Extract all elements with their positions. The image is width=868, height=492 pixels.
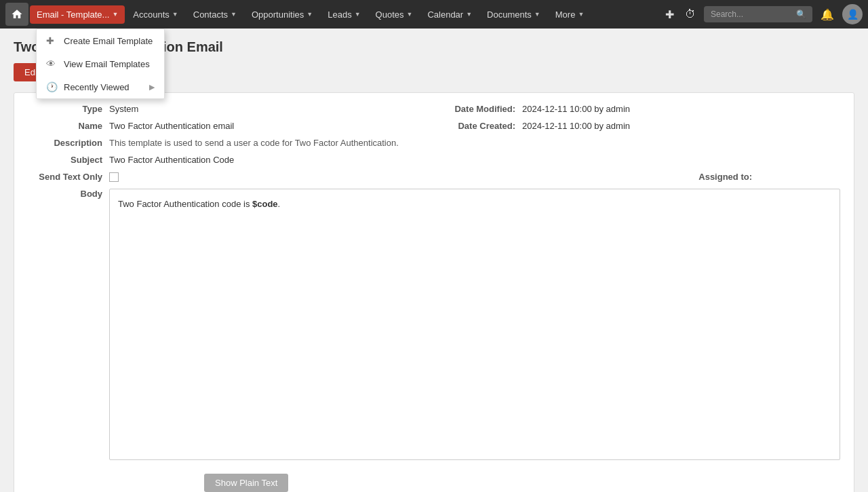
empty-right bbox=[441, 138, 840, 148]
chevron-down-icon: ▼ bbox=[355, 11, 361, 18]
nav-calendar[interactable]: Calendar ▼ bbox=[420, 5, 479, 24]
description-field: Description This template is used to sen… bbox=[28, 138, 427, 148]
date-created-label: Date Created: bbox=[441, 121, 522, 131]
user-avatar[interactable]: 👤 bbox=[842, 4, 863, 24]
description-value: This template is used to send a user a c… bbox=[109, 138, 399, 148]
body-code-variable: $code bbox=[252, 199, 278, 209]
body-label: Body bbox=[28, 189, 109, 460]
send-text-label: Send Text Only bbox=[28, 172, 109, 182]
description-label: Description bbox=[28, 138, 109, 148]
chevron-down-icon: ▼ bbox=[407, 11, 413, 18]
type-field: Type System bbox=[28, 104, 427, 114]
search-icon: 🔍 bbox=[796, 10, 806, 19]
show-plain-text-container: Show Plain Text bbox=[116, 467, 840, 492]
chevron-down-icon: ▼ bbox=[307, 11, 313, 18]
clock-icon: 🕐 bbox=[46, 81, 57, 92]
nav-opportunities[interactable]: Opportunities ▼ bbox=[245, 5, 319, 24]
nav-quotes[interactable]: Quotes ▼ bbox=[369, 5, 420, 24]
add-button[interactable]: ✚ bbox=[663, 5, 677, 24]
type-label: Type bbox=[28, 104, 109, 114]
assigned-to-label: Assigned to: bbox=[691, 172, 759, 182]
body-section: Body Two Factor Authentication code is $… bbox=[28, 189, 840, 460]
search-input[interactable] bbox=[711, 10, 792, 19]
body-text-suffix: . bbox=[278, 199, 281, 209]
nav-email-template[interactable]: Email - Template... ▼ bbox=[30, 5, 125, 24]
nav-leads[interactable]: Leads ▼ bbox=[321, 5, 367, 24]
chevron-right-icon: ▶ bbox=[149, 83, 155, 92]
plus-icon: ✚ bbox=[46, 35, 57, 46]
description-row: Description This template is used to sen… bbox=[28, 138, 840, 148]
chevron-down-icon: ▼ bbox=[466, 11, 472, 18]
top-navigation: Email - Template... ▼ Accounts ▼ Contact… bbox=[0, 0, 868, 29]
recently-viewed-item[interactable]: 🕐 Recently Viewed ▶ bbox=[37, 75, 164, 98]
subject-value: Two Factor Authentication Code bbox=[109, 155, 234, 165]
home-button[interactable] bbox=[5, 3, 28, 26]
date-modified-field: Date Modified: 2024-12-11 10:00 by admin bbox=[441, 104, 840, 114]
chevron-down-icon: ▼ bbox=[172, 11, 178, 18]
eye-icon: 👁 bbox=[46, 58, 57, 69]
chevron-down-icon: ▼ bbox=[231, 11, 237, 18]
detail-panel: Type System Date Modified: 2024-12-11 10… bbox=[14, 92, 854, 492]
type-row: Type System Date Modified: 2024-12-11 10… bbox=[28, 104, 840, 114]
type-value: System bbox=[109, 104, 138, 114]
nav-documents[interactable]: Documents ▼ bbox=[480, 5, 547, 24]
nav-more[interactable]: More ▼ bbox=[549, 5, 591, 24]
send-text-row: Send Text Only Assigned to: bbox=[28, 172, 840, 182]
history-icon[interactable]: ⏱ bbox=[682, 5, 698, 23]
date-modified-label: Date Modified: bbox=[441, 104, 522, 114]
topnav-actions: ✚ ⏱ 🔍 🔔 👤 bbox=[663, 4, 863, 24]
name-row: Name Two Factor Authentication email Dat… bbox=[28, 121, 840, 131]
subject-label: Subject bbox=[28, 155, 109, 165]
body-editor[interactable]: Two Factor Authentication code is $code. bbox=[109, 189, 840, 460]
chevron-down-icon: ▼ bbox=[578, 11, 584, 18]
email-template-dropdown: ✚ Create Email Template 👁 View Email Tem… bbox=[36, 29, 165, 99]
body-text-prefix: Two Factor Authentication code is bbox=[118, 199, 252, 209]
date-created-value: 2024-12-11 10:00 by admin bbox=[522, 121, 630, 131]
nav-accounts[interactable]: Accounts ▼ bbox=[126, 5, 184, 24]
nav-contacts[interactable]: Contacts ▼ bbox=[186, 5, 243, 24]
notifications-icon[interactable]: 🔔 bbox=[818, 5, 837, 24]
subject-field: Subject Two Factor Authentication Code bbox=[28, 155, 427, 165]
empty-right2 bbox=[441, 155, 840, 165]
date-modified-value: 2024-12-11 10:00 by admin bbox=[522, 104, 630, 114]
name-value: Two Factor Authentication email bbox=[109, 121, 234, 131]
send-text-checkbox[interactable] bbox=[109, 172, 119, 182]
name-field: Name Two Factor Authentication email bbox=[28, 121, 427, 131]
create-email-template-item[interactable]: ✚ Create Email Template bbox=[37, 29, 164, 52]
name-label: Name bbox=[28, 121, 109, 131]
view-email-templates-item[interactable]: 👁 View Email Templates bbox=[37, 52, 164, 75]
date-created-field: Date Created: 2024-12-11 10:00 by admin bbox=[441, 121, 840, 131]
chevron-down-icon: ▼ bbox=[534, 11, 540, 18]
subject-row: Subject Two Factor Authentication Code bbox=[28, 155, 840, 165]
search-box[interactable]: 🔍 bbox=[704, 6, 812, 22]
show-plain-text-button[interactable]: Show Plain Text bbox=[204, 474, 288, 492]
chevron-down-icon: ▼ bbox=[112, 11, 118, 18]
